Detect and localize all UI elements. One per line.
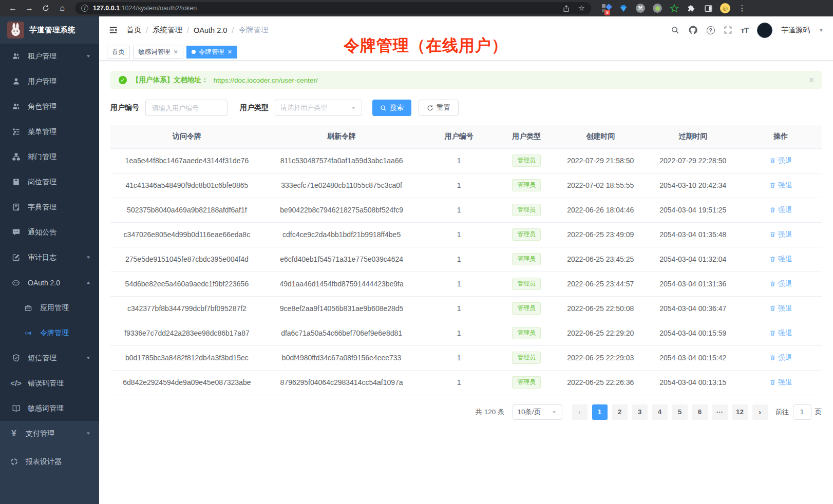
force-logout-button[interactable]: 强退	[769, 255, 792, 264]
pager-page-button-2[interactable]: 2	[612, 404, 628, 420]
user-name[interactable]: 芋道源码	[781, 26, 810, 35]
tag-home[interactable]: 首页	[107, 46, 130, 59]
profile-avatar-icon[interactable]: ☺	[720, 3, 730, 13]
table-row: 6d842e2924594de9a09e45e087323abe8796295f…	[110, 370, 822, 395]
browser-reload-button[interactable]	[39, 2, 52, 15]
pager-page-button-5[interactable]: 5	[672, 404, 688, 420]
sidebar-item-oauth2[interactable]: OAuth 2.0 ▲	[0, 270, 99, 295]
side-panel-icon[interactable]	[703, 3, 713, 13]
command-extension-icon[interactable]: ⌘	[635, 3, 646, 13]
tag-token-active[interactable]: 令牌管理 ✕	[186, 46, 237, 59]
search-button[interactable]: 搜索	[372, 100, 411, 116]
user-type-select[interactable]: 请选择用户类型 ▼	[275, 100, 362, 116]
cell-user-id: 1	[420, 198, 498, 222]
pager-page-button-6[interactable]: 6	[692, 404, 708, 420]
force-logout-button[interactable]: 强退	[769, 279, 792, 288]
browser-forward-button[interactable]: →	[23, 2, 36, 15]
force-logout-button[interactable]: 强退	[769, 353, 792, 362]
force-logout-button[interactable]: 强退	[769, 304, 792, 313]
browser-back-button[interactable]: ←	[6, 2, 20, 15]
cell-expire-time: 2054-03-04 00:15:42	[646, 345, 740, 370]
gem-extension-icon[interactable]	[618, 3, 629, 13]
fullscreen-icon[interactable]	[724, 26, 732, 34]
sidebar-item-report-designer[interactable]: 报表设计器	[0, 449, 99, 474]
bookmark-star-icon[interactable]: ☆	[578, 4, 585, 13]
tag-manager-extension-icon[interactable]: 9	[601, 3, 612, 13]
address-bar[interactable]: i 127.0.0.1:1024/system/oauth2/token ☆	[75, 2, 591, 14]
reload-icon	[42, 5, 49, 12]
site-info-icon[interactable]: i	[81, 5, 88, 12]
sidebar-item-post[interactable]: 岗位管理	[0, 169, 99, 195]
force-logout-button[interactable]: 强退	[769, 378, 792, 387]
sidebar-item-audit-log[interactable]: 审计日志 ▼	[0, 245, 99, 270]
breadcrumb-home[interactable]: 首页	[126, 25, 141, 35]
reset-button[interactable]: 重置	[419, 100, 459, 116]
pager-page-button-3[interactable]: 3	[632, 404, 648, 420]
sidebar-item-label: 令牌管理	[40, 328, 69, 338]
yen-icon: ¥	[9, 429, 18, 438]
breadcrumb-oauth[interactable]: OAuth 2.0	[194, 26, 227, 34]
pager-more-button[interactable]: ···	[712, 404, 728, 420]
user-id-input[interactable]	[145, 100, 228, 116]
sidebar-item-sms[interactable]: 短信管理 ▼	[0, 345, 99, 371]
sidebar-item-user[interactable]: 用户管理	[0, 69, 99, 94]
sidebar-item-dict[interactable]: 字典管理	[0, 195, 99, 220]
sidebar-item-menu[interactable]: 菜单管理	[0, 119, 99, 144]
page-size-select[interactable]: 10条/页 ▼	[513, 404, 562, 420]
cell-create-time: 2022-06-25 23:49:09	[555, 222, 646, 247]
alert-close-icon[interactable]: ✕	[808, 76, 815, 84]
sidebar-item-label: 岗位管理	[28, 178, 56, 187]
browser-menu-icon[interactable]: ⋮	[737, 3, 747, 13]
share-icon[interactable]	[562, 5, 570, 12]
force-logout-button[interactable]: 强退	[769, 156, 792, 165]
doc-link[interactable]: https://doc.iocoder.cn/user-center/	[214, 76, 318, 84]
puzzle-extensions-icon[interactable]	[686, 3, 696, 13]
cell-create-time: 2022-06-25 22:26:36	[555, 370, 646, 395]
sidebar-item-pay[interactable]: ¥ 支付管理 ▼	[0, 421, 99, 446]
sidebar-item-errcode[interactable]: </> 错误码管理	[0, 371, 99, 396]
cell-create-time: 2022-06-25 23:44:57	[555, 272, 646, 296]
app-title: 芋道管理系统	[29, 25, 75, 35]
tag-sensitive-words[interactable]: 敏感词管理 ✕	[133, 46, 183, 59]
sidebar: 芋道管理系统 租户管理 ▼ 用户管理 角色管理 菜单管理	[0, 16, 99, 504]
force-logout-button[interactable]: 强退	[769, 205, 792, 215]
goto-label: 前往	[775, 408, 789, 417]
pager-next-button[interactable]: ›	[752, 404, 768, 420]
sidebar-item-oauth-app[interactable]: 应用管理	[0, 295, 99, 320]
cell-expire-time: 2054-03-04 00:13:15	[646, 370, 740, 395]
browser-home-button[interactable]: ⌂	[55, 2, 69, 15]
star-extension-icon[interactable]	[669, 3, 679, 13]
force-logout-button[interactable]: 强退	[769, 230, 792, 239]
sidebar-collapse-icon[interactable]	[108, 25, 118, 35]
goto-page-input[interactable]	[793, 404, 811, 420]
force-logout-button[interactable]: 强退	[769, 328, 792, 338]
tag-close-icon[interactable]: ✕	[174, 49, 178, 55]
cell-refresh-token: e6cfd40eb1f54571a31e775e039c4624	[263, 247, 420, 272]
cell-create-time: 2022-06-26 18:04:46	[555, 198, 646, 222]
user-avatar[interactable]	[757, 23, 772, 38]
font-size-icon[interactable]: ᴛT	[741, 26, 749, 34]
sidebar-item-role[interactable]: 角色管理	[0, 94, 99, 119]
help-icon[interactable]: ?	[707, 26, 715, 34]
pager-page-button-12[interactable]: 12	[732, 404, 748, 420]
sidebar-item-sensitive[interactable]: 敏感词管理	[0, 396, 99, 421]
sidebar-item-token[interactable]: 令牌管理	[0, 320, 99, 345]
tag-label: 首页	[112, 48, 125, 56]
sidebar-item-notice[interactable]: 通知公告	[0, 220, 99, 245]
pager-page-button-4[interactable]: 4	[652, 404, 668, 420]
force-logout-label: 强退	[778, 230, 792, 239]
recorder-extension-icon[interactable]	[652, 3, 662, 13]
pager-page-button-1[interactable]: 1	[592, 404, 608, 420]
alert-text: 【用户体系】文档地址：	[132, 75, 209, 85]
sidebar-item-dept[interactable]: 部门管理	[0, 144, 99, 169]
breadcrumb-system[interactable]: 系统管理	[153, 25, 182, 35]
github-icon[interactable]	[688, 25, 698, 35]
user-type-badge: 管理员	[512, 154, 541, 167]
user-menu-caret-icon[interactable]: ▼	[819, 27, 824, 33]
force-logout-button[interactable]: 强退	[769, 181, 792, 190]
search-icon[interactable]	[671, 26, 679, 34]
tag-close-icon[interactable]: ✕	[228, 49, 232, 55]
sidebar-item-tenant[interactable]: 租户管理 ▼	[0, 44, 99, 69]
pager-prev-button[interactable]: ‹	[572, 404, 588, 420]
topbar: 首页 / 系统管理 / OAuth 2.0 / 令牌管理 ?	[99, 16, 833, 44]
